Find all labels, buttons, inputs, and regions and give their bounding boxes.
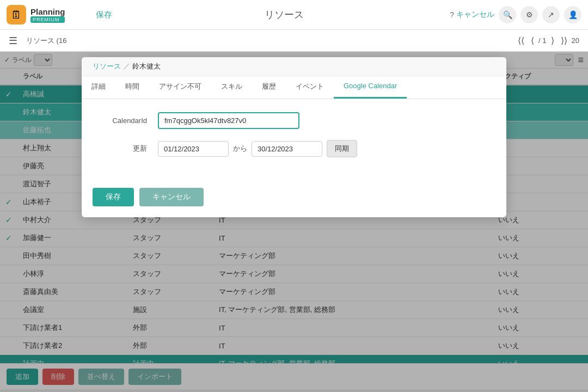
app-header: 🗓 Planning PREMIUM 保存 リソース ? キャンセル 🔍 ⚙ ↗… <box>0 0 588 30</box>
main-area: ✓ ラベル ≡ ラベル 役割 <box>0 52 588 392</box>
hamburger-icon[interactable]: ☰ <box>9 35 17 47</box>
breadcrumb-separator: ／ <box>123 62 130 71</box>
header-modal-title: リソース <box>125 8 443 21</box>
resource-count: リソース (16 <box>26 36 66 46</box>
header-save-button[interactable]: 保存 <box>89 7 119 23</box>
from-label: から <box>233 144 247 154</box>
calendar-id-row: CalendarId <box>93 112 495 129</box>
resource-modal: リソース ／ 鈴木健太 詳細 時間 アサイン不可 スキル 履歴 イベント Goo… <box>82 57 506 217</box>
modal-cancel-button[interactable]: キャンセル <box>139 188 204 206</box>
modal-overlay: リソース ／ 鈴木健太 詳細 時間 アサイン不可 スキル 履歴 イベント Goo… <box>0 52 588 392</box>
pagination-info: / 1 <box>538 36 546 45</box>
pagination-last-button[interactable]: ⟩⟩ <box>559 34 569 47</box>
share-icon[interactable]: ↗ <box>542 6 560 23</box>
breadcrumb-current: 鈴木健太 <box>132 62 161 71</box>
pagination-size: 20 <box>572 36 579 45</box>
logo-area: 🗓 Planning PREMIUM <box>7 5 83 24</box>
pagination-prev-button[interactable]: ⟨ <box>529 34 536 47</box>
modal-footer: 保存 キャンセル <box>82 179 506 217</box>
user-icon[interactable]: 👤 <box>564 6 581 23</box>
calendar-id-input[interactable] <box>158 112 299 129</box>
modal-save-button[interactable]: 保存 <box>93 188 134 206</box>
logo-icon: 🗓 <box>7 5 26 24</box>
header-right: ? キャンセル 🔍 ⚙ ↗ 👤 <box>450 6 581 23</box>
pagination-next-button[interactable]: ⟩ <box>549 34 556 47</box>
modal-body: CalendarId 更新 から 同期 <box>82 99 506 179</box>
pagination: ⟨⟨ ⟨ / 1 ⟩ ⟩⟩ 20 <box>516 34 579 47</box>
logo-text: Planning PREMIUM <box>30 7 65 23</box>
tab-skill[interactable]: スキル <box>211 76 252 99</box>
tab-time[interactable]: 時間 <box>115 76 149 99</box>
tab-history[interactable]: 履歴 <box>252 76 286 99</box>
header-help[interactable]: ? キャンセル <box>450 10 494 20</box>
date-to-input[interactable] <box>252 141 322 157</box>
app-badge: PREMIUM <box>30 16 65 23</box>
tab-event[interactable]: イベント <box>286 76 334 99</box>
modal-breadcrumb: リソース ／ 鈴木健太 <box>82 57 506 76</box>
update-label: 更新 <box>93 144 158 154</box>
header-cancel-button[interactable]: キャンセル <box>456 10 494 20</box>
calendar-id-label: CalendarId <box>93 117 158 125</box>
tab-detail[interactable]: 詳細 <box>82 76 115 99</box>
search-icon[interactable]: 🔍 <box>499 6 516 23</box>
date-from-input[interactable] <box>158 141 229 157</box>
tab-assign[interactable]: アサイン不可 <box>149 76 211 99</box>
modal-tabs: 詳細 時間 アサイン不可 スキル 履歴 イベント Google Calendar <box>82 76 506 99</box>
tab-gcal[interactable]: Google Calendar <box>334 76 407 99</box>
pagination-first-button[interactable]: ⟨⟨ <box>516 34 526 47</box>
sync-button[interactable]: 同期 <box>327 140 357 157</box>
logo-emoji: 🗓 <box>11 9 22 21</box>
app-title: Planning <box>30 7 65 16</box>
help-icon: ? <box>450 10 454 19</box>
sub-header: ☰ リソース (16 ⟨⟨ ⟨ / 1 ⟩ ⟩⟩ 20 <box>0 30 588 52</box>
update-row: 更新 から 同期 <box>93 140 495 157</box>
breadcrumb-parent[interactable]: リソース <box>93 62 121 71</box>
gear-icon[interactable]: ⚙ <box>520 6 538 23</box>
